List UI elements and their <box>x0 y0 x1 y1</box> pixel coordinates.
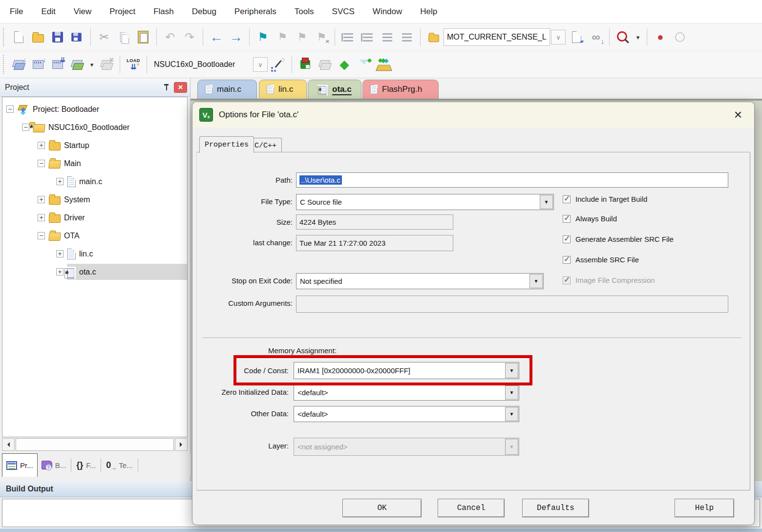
manage-runtime-environment-button[interactable] <box>296 56 314 73</box>
undo-button[interactable] <box>161 28 179 46</box>
tree-item-target[interactable]: NSUC16x0_Bootloader <box>2 118 187 136</box>
tree-item-startup[interactable]: Startup <box>2 136 187 154</box>
collapse-icon[interactable] <box>22 124 29 131</box>
menu-window[interactable]: Window <box>373 7 402 17</box>
next-bookmark-button[interactable] <box>293 28 311 46</box>
pin-panel-icon[interactable] <box>163 84 170 91</box>
target-select-combobox[interactable]: NSUC16x0_Bootloader <box>150 56 252 73</box>
tab-templates[interactable]: 0 Te... <box>102 453 136 477</box>
expand-icon[interactable] <box>56 178 64 185</box>
collapse-icon[interactable] <box>38 160 45 167</box>
expand-icon[interactable] <box>38 196 45 203</box>
help-button[interactable]: Help <box>675 499 734 517</box>
dropdown-arrow-button[interactable] <box>505 385 518 400</box>
tab-project[interactable]: Pr... <box>2 453 38 477</box>
editor-tab-lin-c[interactable]: lin.c <box>259 80 307 99</box>
checkbox-always-build[interactable]: Always Build <box>563 214 617 223</box>
menu-help[interactable]: Help <box>420 7 437 17</box>
zero-init-combobox[interactable]: <default> <box>294 384 519 401</box>
collapse-icon[interactable] <box>38 232 45 239</box>
path-field[interactable]: ..\User\ota.c <box>296 172 728 188</box>
rebuild-button[interactable]: ⇊ <box>49 56 66 73</box>
custom-arguments-field[interactable] <box>296 296 728 313</box>
defaults-button[interactable]: Defaults <box>522 499 589 517</box>
tree-item-main-c[interactable]: main.c <box>2 172 187 191</box>
quick-find-dropdown[interactable] <box>634 28 642 46</box>
checked-checkbox-icon[interactable] <box>563 215 571 223</box>
target-options-button[interactable] <box>270 56 287 73</box>
navigate-forward-button[interactable] <box>227 28 245 46</box>
other-data-combobox[interactable]: <default> <box>294 406 519 422</box>
menu-flash[interactable]: Flash <box>153 7 174 17</box>
expand-icon[interactable] <box>56 250 64 257</box>
navigate-back-button[interactable] <box>208 28 225 46</box>
tree-item-driver[interactable]: Driver <box>2 209 187 227</box>
dropdown-arrow-button[interactable] <box>505 363 518 378</box>
editor-tab-main-c[interactable]: main.c <box>197 80 257 99</box>
find-in-files-button[interactable] <box>425 28 443 46</box>
comment-selection-button[interactable] <box>379 28 396 46</box>
scroll-right-button[interactable] <box>175 438 188 451</box>
menu-edit[interactable]: Edit <box>41 7 55 17</box>
batch-build-button[interactable] <box>68 56 86 73</box>
collapse-icon[interactable] <box>6 106 14 113</box>
checkbox-include-in-target-build[interactable]: Include in Target Build <box>563 195 647 203</box>
tree-item-ota-group[interactable]: OTA <box>2 227 187 245</box>
previous-bookmark-button[interactable] <box>274 28 291 46</box>
search-term-combobox[interactable]: MOT_CURRENT_SENSE_L <box>444 28 550 46</box>
indent-left-button[interactable] <box>339 28 357 46</box>
stop-on-exit-combobox[interactable]: Not specified <box>296 273 544 289</box>
checked-checkbox-icon[interactable] <box>563 195 571 203</box>
dropdown-arrow-button[interactable] <box>505 407 518 421</box>
menu-file[interactable]: File <box>10 7 23 17</box>
ok-button[interactable]: OK <box>342 499 422 517</box>
checked-checkbox-icon[interactable] <box>563 235 571 243</box>
dropdown-arrow-button[interactable] <box>540 195 553 209</box>
menu-debug[interactable]: Debug <box>192 7 216 17</box>
indent-right-button[interactable] <box>359 28 377 46</box>
menu-tools[interactable]: Tools <box>295 7 314 17</box>
download-to-flash-button[interactable]: LOAD <box>125 56 142 73</box>
close-panel-button[interactable] <box>174 82 187 93</box>
code-const-combobox[interactable]: IRAM1 [0x20000000-0x20000FFF] <box>294 362 519 379</box>
tree-item-project-root[interactable]: Project: Bootloader <box>2 100 187 118</box>
menu-view[interactable]: View <box>74 7 92 17</box>
manage-project-items-button[interactable] <box>336 56 353 73</box>
tab-properties[interactable]: Properties <box>199 136 254 153</box>
search-term-dropdown-button[interactable] <box>551 30 566 44</box>
build-button[interactable]: ↓ <box>29 56 47 73</box>
clear-bookmarks-button[interactable] <box>313 28 330 46</box>
dropdown-arrow-button[interactable] <box>529 274 543 288</box>
tab-functions[interactable]: {} F... <box>72 453 100 477</box>
expand-icon[interactable] <box>38 142 45 149</box>
checkbox-generate-assembler-src[interactable]: Generate Assembler SRC File <box>563 235 674 243</box>
search-next-button[interactable] <box>587 28 605 46</box>
cancel-button[interactable]: Cancel <box>438 499 505 517</box>
tree-item-lin-c[interactable]: lin.c <box>2 245 187 263</box>
open-file-button[interactable] <box>29 28 47 46</box>
editor-tab-ota-c[interactable]: ota.c <box>308 80 361 99</box>
quick-find-button[interactable] <box>614 28 632 46</box>
checked-checkbox-icon[interactable] <box>563 256 571 264</box>
insert-breakpoint-button[interactable] <box>652 28 669 46</box>
menu-peripherals[interactable]: Peripherals <box>234 7 276 17</box>
tab-c-cpp[interactable]: C/C++ <box>249 138 282 153</box>
tab-books[interactable]: B... <box>38 453 70 477</box>
paste-button[interactable] <box>134 28 152 46</box>
tree-item-main-group[interactable]: Main <box>2 154 187 172</box>
stop-build-button[interactable]: ✕ <box>98 56 115 73</box>
expand-icon[interactable] <box>38 214 45 221</box>
cut-button[interactable] <box>95 28 113 46</box>
batch-build-dropdown[interactable] <box>88 56 96 73</box>
project-horizontal-scrollbar[interactable] <box>2 438 188 451</box>
save-all-button[interactable] <box>68 28 86 46</box>
copy-button[interactable] <box>115 28 132 46</box>
file-type-combobox[interactable]: C Source file <box>296 194 554 210</box>
dialog-close-button[interactable] <box>731 107 745 122</box>
new-file-button[interactable] <box>10 28 27 46</box>
enable-breakpoint-button[interactable] <box>671 28 689 46</box>
pack-installer-button[interactable] <box>375 56 392 73</box>
translate-button[interactable]: ↓ <box>10 56 27 73</box>
toggle-bookmark-button[interactable] <box>254 28 272 46</box>
menu-svcs[interactable]: SVCS <box>332 7 355 17</box>
